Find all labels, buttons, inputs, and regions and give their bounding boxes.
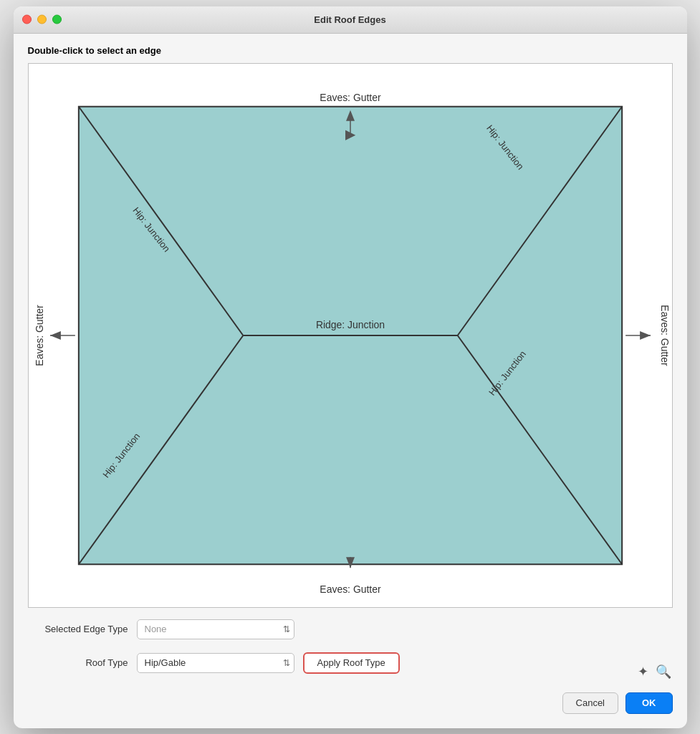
selected-edge-type-wrapper: None ⇅ — [137, 619, 294, 639]
close-button[interactable] — [22, 15, 32, 24]
magnify-button[interactable]: 🔍 — [654, 662, 673, 681]
bottom-buttons: Cancel OK — [28, 690, 673, 714]
window-content: Double-click to select an edge — [14, 34, 687, 728]
maximize-button[interactable] — [52, 15, 62, 24]
apply-roof-type-button[interactable]: Apply Roof Type — [303, 652, 400, 674]
cancel-button[interactable]: Cancel — [562, 692, 618, 714]
svg-text:Ridge: Junction: Ridge: Junction — [315, 319, 384, 330]
tool-icons: ✦ 🔍 — [636, 662, 673, 681]
instruction-text: Double-click to select an edge — [28, 45, 673, 56]
svg-text:Eaves: Gutter: Eaves: Gutter — [33, 304, 44, 366]
svg-text:Eaves: Gutter: Eaves: Gutter — [320, 583, 381, 595]
selected-edge-type-label: Selected Edge Type — [28, 624, 128, 634]
titlebar: Edit Roof Edges — [14, 6, 687, 34]
selected-edge-type-select[interactable]: None — [137, 619, 294, 639]
roof-type-row: Roof Type Hip/Gable Hip Gable Valley Rid… — [28, 652, 400, 674]
svg-text:Eaves: Gutter: Eaves: Gutter — [659, 305, 671, 366]
traffic-lights — [22, 15, 62, 24]
ok-button[interactable]: OK — [625, 692, 673, 714]
selected-edge-type-row: Selected Edge Type None ⇅ — [28, 619, 400, 639]
form-rows: Selected Edge Type None ⇅ Roof Type Hip/… — [28, 619, 400, 681]
roof-canvas[interactable]: Eaves: Gutter Eaves: Gutter Eaves: Gutte… — [28, 63, 673, 608]
roof-type-wrapper: Hip/Gable Hip Gable Valley Ridge Flat ⇅ — [137, 653, 294, 673]
controls-area: Selected Edge Type None ⇅ Roof Type Hip/… — [28, 619, 673, 681]
window-title: Edit Roof Edges — [314, 14, 385, 25]
roof-type-select[interactable]: Hip/Gable Hip Gable Valley Ridge Flat — [137, 653, 294, 673]
magic-wand-button[interactable]: ✦ — [636, 662, 650, 681]
svg-text:Eaves: Gutter: Eaves: Gutter — [320, 91, 381, 103]
main-window: Edit Roof Edges Double-click to select a… — [14, 6, 687, 728]
minimize-button[interactable] — [37, 15, 47, 24]
magic-wand-icon: ✦ — [638, 664, 648, 679]
roof-type-label: Roof Type — [28, 657, 128, 668]
magnify-icon: 🔍 — [656, 664, 671, 679]
